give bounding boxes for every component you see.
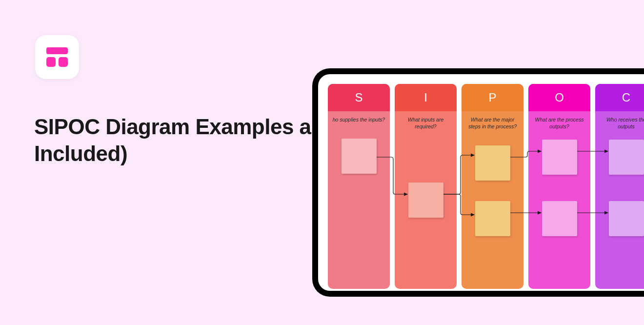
column-customers: C Who receives the outputs (595, 84, 644, 289)
sticky-note (408, 183, 443, 218)
logo-icon (46, 47, 68, 67)
sticky-note (542, 201, 577, 236)
column-header-p: P (462, 84, 523, 111)
sticky-note (609, 140, 644, 175)
column-outputs: O What are the process outputs? (528, 84, 590, 289)
sticky-note (342, 139, 377, 174)
column-question-s: ho supplies the inputs? (328, 111, 390, 130)
column-header-o: O (528, 84, 590, 111)
column-process: P What are the major steps in the proces… (462, 84, 523, 289)
column-header-s: S (328, 84, 390, 111)
column-header-i: I (395, 84, 457, 111)
column-inputs: I What inputs are required? (395, 84, 457, 289)
sticky-note (475, 145, 510, 181)
column-question-c: Who receives the outputs (595, 111, 644, 137)
sticky-note (542, 140, 577, 175)
column-question-p: What are the major steps in the process? (462, 111, 523, 137)
column-question-i: What inputs are required? (395, 111, 457, 137)
device-frame: S ho supplies the inputs? I What inputs … (312, 68, 644, 297)
column-header-c: C (595, 84, 644, 111)
column-question-o: What are the process outputs? (528, 111, 590, 137)
sticky-note (475, 201, 510, 236)
logo-badge (35, 35, 79, 79)
sticky-note (609, 201, 644, 236)
sipoc-diagram: S ho supplies the inputs? I What inputs … (328, 84, 644, 289)
column-suppliers: S ho supplies the inputs? (328, 84, 390, 289)
